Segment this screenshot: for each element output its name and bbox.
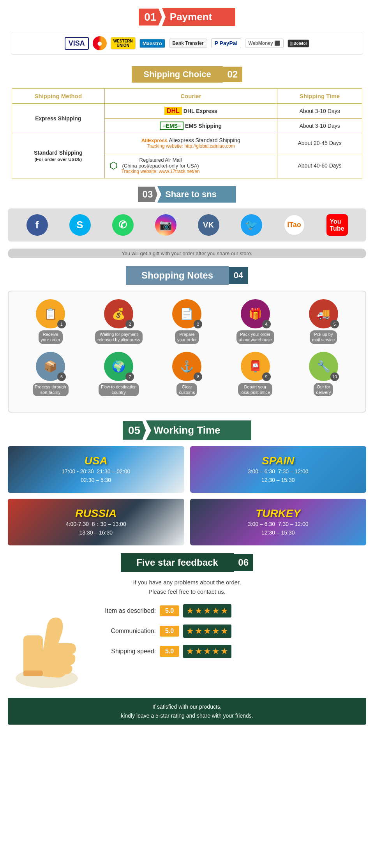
shipping-col-courier: Courier — [104, 89, 277, 104]
star-1: ★ — [186, 646, 194, 656]
working-country-usa: USA — [85, 455, 108, 467]
table-row: Express Shipping DHL DHL Express About 3… — [12, 104, 362, 119]
note-item-2: 💰 2 Waiting for paymentreleased by alixe… — [88, 299, 150, 344]
note-item-1: 📋 1 Receiveyour order — [20, 299, 81, 344]
sns-title: Share to sns — [157, 186, 236, 203]
rating-stars-item: ★ ★ ★ ★ ★ — [183, 604, 231, 617]
note-item-8: ⚓ 8 Clearcustoms — [156, 352, 218, 397]
shopping-notes-header: Shopping Notes 04 — [8, 266, 366, 285]
webmoney-icon: WebMoney ⬛ — [245, 39, 284, 48]
vk-icon[interactable]: VK — [198, 214, 219, 236]
note-num-8: 8 — [194, 372, 202, 381]
svg-rect-2 — [23, 670, 43, 676]
china-post-icon: ⬡ — [109, 160, 118, 171]
payment-num-badge: 01 — [139, 9, 162, 26]
star-4: ★ — [212, 646, 220, 656]
dhl-logo: DHL — [164, 107, 182, 115]
facebook-icon[interactable]: f — [26, 214, 48, 236]
payment-header: 01 Payment — [139, 8, 235, 26]
visa-icon: VISA — [65, 37, 89, 50]
courier-chinapost: ⬡ Registered Air Mail(China post/epacket… — [104, 153, 277, 178]
sns-icons-row: f S ✆ 📷 VK 🐦 iTao YouTube — [8, 208, 366, 242]
note-num-3: 3 — [194, 320, 202, 328]
ems-name: EMS Shipping — [185, 123, 222, 129]
rating-stars-comm: ★ ★ ★ ★ ★ — [183, 625, 231, 638]
rating-row-shipping: Shipping speed: 5.0 ★ ★ ★ ★ ★ — [94, 645, 366, 658]
courier-ems: ≡EMS≡ EMS Shipping — [104, 119, 277, 133]
working-country-russia: RUSSIA — [75, 507, 116, 520]
rating-score-item: 5.0 — [160, 605, 179, 616]
working-card-turkey: TURKEY 3:00 – 6:30 7:30 – 12:0012:30 – 1… — [190, 499, 367, 545]
youtube-icon[interactable]: YouTube — [326, 214, 348, 236]
shopping-notes-title: Shopping Notes — [126, 266, 229, 285]
working-card-spain: SPAIN 3:00 – 6:30 7:30 – 12:0012:30 – 15… — [190, 446, 367, 493]
working-card-russia: RUSSIA 4:00-7:30 8：30 – 13:0013:30 – 16:… — [8, 499, 184, 545]
feedback-num-badge: 06 — [234, 554, 253, 571]
star-5: ★ — [221, 626, 228, 636]
note-circle-10: 🔧 10 — [309, 352, 338, 381]
note-label-1: Receiveyour order — [39, 330, 63, 344]
note-item-7: 🌍 7 Flow to destinationcountry — [88, 352, 150, 397]
notes-row-1: 📋 1 Receiveyour order 💰 2 Waiting for pa… — [16, 299, 358, 344]
working-time-header: 05 Working Time — [8, 420, 366, 440]
sns-section: 03 Share to sns f S ✆ 📷 VK 🐦 iTao YouTub… — [0, 186, 374, 266]
itao-icon[interactable]: iTao — [284, 214, 305, 236]
chinapost-tracking: Tracking website: www.17track.net/en — [122, 169, 200, 174]
note-label-6: Process throughsort facility — [33, 383, 69, 397]
chinapost-time: About 40-60 Days — [277, 153, 362, 178]
working-hours-usa: 17:00 - 20:30 21:30 – 02:0002:30 – 5:30 — [62, 467, 130, 485]
note-num-4: 4 — [262, 320, 271, 328]
shipping-num-badge: 02 — [223, 67, 242, 82]
note-label-4: Pack your orderat our warehouse — [236, 330, 274, 344]
note-label-9: Depart yourlocal post office — [238, 383, 272, 397]
note-label-3: Prepareyour order — [175, 330, 199, 344]
note-circle-5: 🚚 5 — [309, 299, 338, 328]
rating-row-item: Item as described: 5.0 ★ ★ ★ ★ ★ — [94, 604, 366, 617]
ems-time: About 3-10 Days — [277, 119, 362, 133]
working-time-title: Working Time — [146, 420, 252, 440]
sns-header: 03 Share to sns — [8, 186, 366, 203]
feedback-title: Five star feedback — [121, 553, 233, 572]
payment-section: 01 Payment VISA ⬤ WESTERNUNION Maestro B… — [0, 0, 374, 66]
star-2: ★ — [195, 626, 203, 636]
star-5: ★ — [221, 606, 228, 616]
courier-ali: AliExpress Aliexpress Standard Shipping … — [104, 133, 277, 153]
shipping-table: Shipping Method Courier Shipping Time Ex… — [12, 88, 362, 178]
instagram-icon[interactable]: 📷 — [155, 214, 176, 236]
star-2: ★ — [195, 606, 203, 616]
note-num-1: 1 — [57, 320, 66, 328]
boletol-icon: |||Boletol — [288, 39, 309, 48]
twitter-icon[interactable]: 🐦 — [241, 214, 262, 236]
maestro-icon: Maestro — [139, 39, 165, 48]
note-item-10: 🔧 10 Our fordelivery — [293, 352, 355, 397]
note-label-7: Flow to destinationcountry — [99, 383, 139, 397]
star-4: ★ — [212, 606, 220, 616]
note-num-10: 10 — [330, 372, 339, 381]
working-time-grid: USA 17:00 - 20:30 21:30 – 02:0002:30 – 5… — [8, 446, 366, 545]
ratings-container: Item as described: 5.0 ★ ★ ★ ★ ★ Communi… — [94, 604, 366, 665]
skype-icon[interactable]: S — [69, 214, 91, 236]
note-circle-8: ⚓ 8 — [172, 352, 201, 381]
working-hours-spain: 3:00 – 6:30 7:30 – 12:0012:30 – 15:30 — [248, 467, 309, 485]
shipping-section: Shipping Choice 02 Shipping Method Couri… — [0, 66, 374, 186]
payment-icons-row: VISA ⬤ WESTERNUNION Maestro Bank Transfe… — [12, 32, 362, 55]
shopping-notes-section: Shopping Notes 04 📋 1 Receiveyour order … — [0, 266, 374, 420]
note-num-2: 2 — [125, 320, 134, 328]
ali-time: About 20-45 Days — [277, 133, 362, 153]
working-hours-turkey: 3:00 – 6:30 7:30 – 12:0012:30 – 15:30 — [248, 520, 309, 537]
mastercard-icon: ⬤ — [93, 36, 107, 50]
working-country-turkey: TURKEY — [256, 507, 300, 520]
note-circle-4: 🎁 4 — [241, 299, 270, 328]
sns-gift-text: You will get a gift with your order afte… — [8, 249, 366, 258]
whatsapp-icon[interactable]: ✆ — [112, 214, 134, 236]
star-3: ★ — [203, 626, 211, 636]
rating-score-comm: 5.0 — [160, 626, 179, 637]
note-circle-2: 💰 2 — [104, 299, 133, 328]
shipping-header: Shipping Choice 02 — [12, 66, 362, 83]
feedback-subtitle: If you have any problems about the order… — [8, 578, 366, 596]
star-3: ★ — [203, 606, 211, 616]
star-2: ★ — [195, 646, 203, 656]
shipping-title: Shipping Choice — [132, 66, 223, 83]
note-label-10: Our fordelivery — [314, 383, 333, 397]
sns-num-badge: 03 — [138, 187, 157, 202]
